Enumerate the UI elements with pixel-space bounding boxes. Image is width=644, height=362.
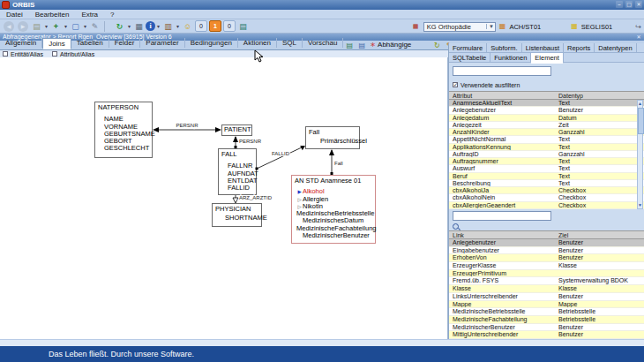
ErzeugerPrimitivum[interactable]: ErzeugerPrimitivum bbox=[449, 270, 644, 278]
save-as-icon[interactable]: ▤ bbox=[356, 41, 367, 49]
AppetitNichtNormal[interactable]: AppetitNichtNormalText bbox=[449, 136, 644, 143]
scroll-thumb[interactable] bbox=[638, 108, 644, 134]
AnamneseAktuellText[interactable]: AnamneseAktuellTextText bbox=[449, 100, 644, 107]
menu-extra[interactable]: Extra bbox=[75, 11, 104, 19]
menu-datei[interactable]: Datei bbox=[0, 11, 29, 19]
database-icon[interactable]: ▤ bbox=[236, 20, 250, 32]
tab-subform[interactable]: Subform. bbox=[487, 43, 521, 53]
ErhobenVon[interactable]: ErhobenVonBenutzer bbox=[449, 254, 644, 262]
toggle-entitaet-alias[interactable]: Entität/Alias bbox=[3, 51, 43, 57]
scroll-up-icon[interactable]: ▲ bbox=[638, 101, 642, 107]
entity-fall[interactable]: FALL FALLNRAUFNDATENTLDATFALLID bbox=[218, 148, 257, 195]
menu-help[interactable]: ? bbox=[104, 11, 120, 19]
tab-sqltabelle[interactable]: SQLTabelle bbox=[449, 53, 490, 63]
tab-listenbaust[interactable]: Listenbaust bbox=[522, 43, 564, 53]
Auswurf[interactable]: AuswurfText bbox=[449, 165, 644, 172]
tab-sql[interactable]: SQL bbox=[277, 38, 303, 48]
logout-icon[interactable]: ↪ bbox=[635, 23, 641, 31]
save-icon[interactable]: ▤ bbox=[344, 41, 355, 49]
tab-element[interactable]: Element bbox=[531, 53, 564, 64]
patient-record-icon[interactable]: ▤ bbox=[30, 20, 43, 32]
attribute-filter-input[interactable] bbox=[453, 66, 551, 76]
dropdown-icon[interactable]: ▾ bbox=[43, 20, 49, 32]
Fremd.üb. FSYS[interactable]: Fremd.üb. FSYSSystemverwaltung BDOK bbox=[449, 277, 644, 285]
tab-datentypen[interactable]: Datentypen bbox=[595, 43, 636, 53]
close-view-icon[interactable]: ✕ bbox=[635, 34, 642, 41]
MedizinischeFachabteilung[interactable]: MedizinischeFachabteilungBetriebsstelle bbox=[449, 316, 644, 324]
MittigUnterschreibender[interactable]: MittigUnterschreibenderBenutzer bbox=[449, 331, 644, 339]
tab-felder[interactable]: Felder bbox=[109, 38, 141, 48]
tab-reports[interactable]: Reports bbox=[564, 43, 595, 53]
toolbar-separator[interactable] bbox=[104, 21, 110, 32]
Anlegezeit[interactable]: AnlegezeitZeit bbox=[449, 122, 644, 129]
minimize-icon[interactable]: – bbox=[616, 1, 623, 8]
entity-physician[interactable]: PHYSICIAN SHORTNAME bbox=[212, 203, 262, 227]
entity-field[interactable]: FALLID bbox=[228, 185, 254, 192]
user-label[interactable]: SEGLIS01 bbox=[581, 23, 612, 31]
link-search[interactable] bbox=[453, 222, 459, 230]
dropdown-icon[interactable]: ▾ bbox=[63, 20, 69, 32]
tab-aktionen[interactable]: Aktionen bbox=[238, 38, 277, 48]
AuftragID[interactable]: AuftragIDGanzzahl bbox=[449, 151, 644, 158]
Beschreibung[interactable]: BeschreibungText bbox=[449, 180, 644, 187]
print-icon[interactable]: ▦ bbox=[132, 20, 146, 32]
task-counter-active[interactable]: 1 bbox=[209, 20, 221, 32]
task-counter-left[interactable]: 0 bbox=[195, 20, 207, 32]
MedizinischeBetriebsstelle[interactable]: MedizinischeBetriebsstelleBetriebsstelle bbox=[449, 308, 644, 316]
AnzahlKinder[interactable]: AnzahlKinderGanzzahl bbox=[449, 129, 644, 136]
MedizinischerBenutzer[interactable]: MedizinischerBenutzerBenutzer bbox=[449, 324, 644, 332]
entity-patient[interactable]: PATIENT bbox=[221, 124, 252, 136]
restore-icon[interactable]: ▢ bbox=[625, 1, 633, 8]
Beruf[interactable]: BerufText bbox=[449, 173, 644, 180]
tab-allgemein[interactable]: Allgemein bbox=[0, 38, 42, 48]
station-label[interactable]: ACH/ST01 bbox=[509, 23, 541, 31]
entity-natperson[interactable]: NATPERSON NAMEVORNAMEGEBURTSNAMEGEBORTGE… bbox=[94, 102, 153, 158]
forward-icon[interactable]: ▶ bbox=[18, 21, 28, 32]
LinksUnterschreibender[interactable]: LinksUnterschreibenderBenutzer bbox=[449, 293, 644, 301]
Eingabebenutzer[interactable]: EingabebenutzerBenutzer bbox=[449, 247, 644, 255]
dependent-button[interactable]: ∗ Abhängige bbox=[368, 40, 411, 49]
filter-used-checkbox[interactable]: ✓ Verwendete ausfiltern bbox=[453, 81, 520, 88]
catalog-icon[interactable]: ▥ bbox=[161, 20, 175, 32]
entity-field[interactable]: GESCHLECHT bbox=[104, 145, 150, 152]
edit-icon[interactable]: ✎ bbox=[88, 20, 101, 32]
Auftragsnummer[interactable]: AuftragsnummerText bbox=[449, 158, 644, 165]
admit-patient-icon[interactable]: + bbox=[49, 20, 63, 32]
Mappe[interactable]: MappeMappe bbox=[449, 301, 644, 309]
info-icon[interactable]: i bbox=[146, 21, 155, 31]
form-anamnese[interactable]: AN STD Anamnese 01 ▶ Alkohol ▷ Allergien… bbox=[291, 175, 376, 244]
task-counter-right[interactable]: 0 bbox=[223, 20, 236, 32]
tab-tabellen[interactable]: Tabellen bbox=[71, 38, 109, 48]
link-filter-input[interactable] bbox=[453, 211, 551, 221]
entity-field[interactable]: SHORTNAME bbox=[225, 215, 259, 222]
dropdown-icon[interactable]: ▾ bbox=[175, 20, 181, 32]
new-document-icon[interactable]: ▢ bbox=[69, 20, 82, 32]
Klasse[interactable]: KlasseKlasse bbox=[449, 285, 644, 293]
dropdown-icon[interactable]: ▾ bbox=[155, 20, 161, 32]
context-select[interactable]: KG Orthopädie▼ bbox=[423, 22, 496, 32]
Anlegebenutzer[interactable]: AnlegebenutzerBenutzer bbox=[449, 239, 644, 247]
team-icon[interactable]: ☺ bbox=[181, 20, 194, 32]
cbxAllergienGeaendert[interactable]: cbxAllergienGeaendertCheckbox bbox=[449, 202, 644, 209]
tab-joins[interactable]: Joins bbox=[42, 38, 71, 49]
dropdown-icon[interactable]: ▾ bbox=[82, 20, 88, 32]
history-icon[interactable]: ↻ bbox=[113, 20, 126, 32]
cbxAlkoholNein[interactable]: cbxAlkoholNeinCheckbox bbox=[449, 194, 644, 201]
tab-parameter[interactable]: Parameter bbox=[140, 38, 184, 48]
dropdown-icon[interactable]: ▾ bbox=[126, 20, 132, 32]
menu-bearbeiten[interactable]: Bearbeiten bbox=[29, 11, 76, 19]
back-icon[interactable]: ◀ bbox=[4, 21, 14, 32]
join-diagram-canvas[interactable] bbox=[0, 57, 448, 339]
form-field[interactable]: MedizinischerBenutzer bbox=[296, 232, 373, 239]
attribute-scrollbar[interactable]: ▲ ▼ bbox=[637, 100, 643, 209]
Anlegebenutzer[interactable]: AnlegebenutzerBenutzer bbox=[449, 107, 644, 114]
form-field[interactable]: Primärschlüssel bbox=[320, 138, 357, 145]
refresh-icon[interactable]: ↻ bbox=[431, 41, 442, 49]
tab-vorschau[interactable]: Vorschau bbox=[303, 38, 343, 48]
tab-bedingungen[interactable]: Bedingungen bbox=[185, 38, 238, 48]
Anlegedatum[interactable]: AnlegedatumDatum bbox=[449, 115, 644, 122]
toggle-attribut-alias[interactable]: Attribut/Alias bbox=[52, 51, 94, 57]
cbxAlkoholJa[interactable]: cbxAlkoholJaCheckbox bbox=[449, 187, 644, 194]
form-fall[interactable]: Fall Primärschlüssel bbox=[305, 126, 360, 149]
tab-formulare[interactable]: Formulare bbox=[449, 43, 487, 53]
